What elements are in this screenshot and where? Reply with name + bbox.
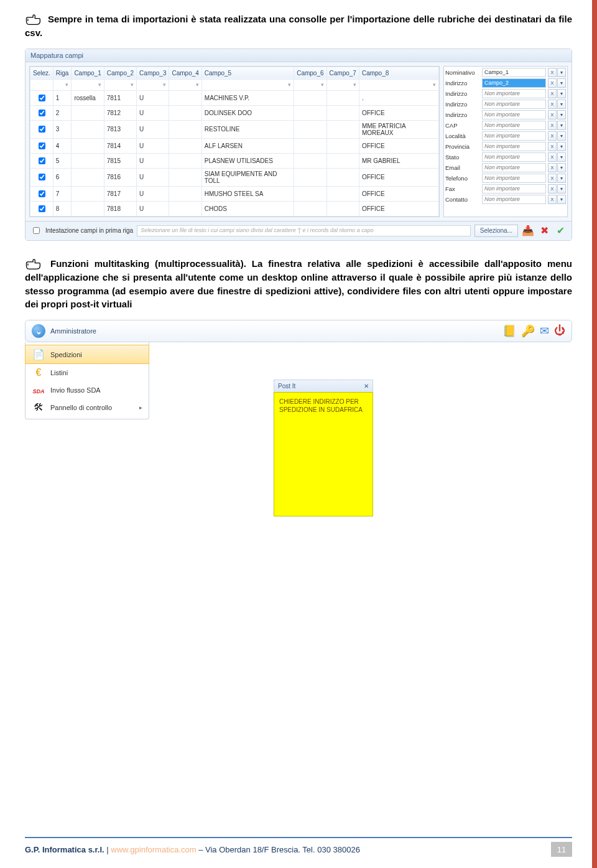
notes-icon[interactable]: 📒 xyxy=(502,324,516,338)
table-cell xyxy=(169,105,201,120)
column-filter-cell[interactable]: ▾ xyxy=(359,79,438,90)
mapping-dropdown[interactable]: Non importare xyxy=(482,131,546,141)
mapping-dropdown-button[interactable]: ▾ xyxy=(557,195,566,204)
column-header[interactable]: Campo_5 xyxy=(201,67,294,79)
mapping-dropdown[interactable]: Campo_1 xyxy=(482,68,546,77)
mapping-dropdown-button[interactable]: ▾ xyxy=(557,152,566,162)
open-file-icon[interactable]: 📥 xyxy=(522,225,534,237)
row-select-checkbox[interactable] xyxy=(39,95,45,101)
row-select-checkbox[interactable] xyxy=(39,190,45,197)
mapping-dropdown-button[interactable]: ▾ xyxy=(557,163,566,172)
column-filter-cell[interactable] xyxy=(30,79,53,90)
mapping-dropdown-button[interactable]: ▾ xyxy=(557,100,566,109)
mapping-clear-button[interactable]: X xyxy=(548,152,557,162)
mapping-dropdown[interactable]: Non importare xyxy=(482,195,546,204)
column-header[interactable]: Campo_3 xyxy=(137,67,169,79)
column-filter-cell[interactable]: ▾ xyxy=(72,79,104,90)
mapping-clear-button[interactable]: X xyxy=(548,142,557,151)
keys-icon[interactable]: 🔑 xyxy=(521,324,535,338)
table-row[interactable]: 27812UDOLINSEK DOOOFFICE xyxy=(30,105,439,120)
table-cell xyxy=(326,153,359,168)
mapping-dropdown[interactable]: Non importare xyxy=(482,152,546,162)
menu-toggle-icon[interactable]: ⌄ xyxy=(32,324,45,338)
column-filter-cell[interactable]: ▾ xyxy=(104,79,136,90)
mapping-dropdown-button[interactable]: ▾ xyxy=(557,142,566,151)
mapping-clear-button[interactable]: X xyxy=(548,131,557,141)
row-select-checkbox[interactable] xyxy=(39,157,45,164)
mapping-clear-button[interactable]: X xyxy=(548,110,557,119)
power-icon[interactable]: ⏻ xyxy=(554,324,565,338)
table-row[interactable]: 77817UHMUSHO STEEL SAOFFICE xyxy=(30,186,439,201)
column-header[interactable]: Campo_1 xyxy=(72,67,104,79)
close-icon[interactable]: ✕ xyxy=(364,383,369,390)
cancel-icon[interactable]: ✖ xyxy=(538,225,550,237)
mapping-dropdown[interactable]: Non importare xyxy=(482,142,546,151)
mapping-row: ProvinciaNon importareX▾ xyxy=(445,142,566,151)
menu-item[interactable]: SDAInvio flusso SDA xyxy=(25,381,149,399)
mapping-clear-button[interactable]: X xyxy=(548,174,557,183)
mapping-dropdown-button[interactable]: ▾ xyxy=(557,121,566,130)
mapping-clear-button[interactable]: X xyxy=(548,68,557,77)
row-select-checkbox[interactable] xyxy=(39,126,45,133)
mapping-dropdown-button[interactable]: ▾ xyxy=(557,131,566,141)
mapping-dropdown-button[interactable]: ▾ xyxy=(557,174,566,183)
mapping-clear-button[interactable]: X xyxy=(548,78,557,88)
mapping-clear-button[interactable]: X xyxy=(548,121,557,130)
mapping-dropdown[interactable]: Campo_2 xyxy=(482,78,546,88)
mapping-clear-button[interactable]: X xyxy=(548,163,557,172)
row-select-checkbox[interactable] xyxy=(39,174,45,180)
select-file-button[interactable]: Seleziona... xyxy=(474,225,518,237)
column-header[interactable]: Selez. xyxy=(30,67,53,79)
column-filter-cell[interactable]: ▾ xyxy=(53,79,72,90)
row-select-checkbox[interactable] xyxy=(39,142,45,149)
column-filter-cell[interactable]: ▾ xyxy=(137,79,169,90)
mapping-dropdown[interactable]: Non importare xyxy=(482,89,546,98)
column-filter-cell[interactable]: ▾ xyxy=(169,79,201,90)
column-header[interactable]: Campo_4 xyxy=(169,67,201,79)
data-grid[interactable]: Selez.RigaCampo_1Campo_2Campo_3Campo_4Ca… xyxy=(29,66,440,217)
header-first-row-checkbox[interactable] xyxy=(33,227,40,234)
table-row[interactable]: 1rossella7811UMACHINES V.P.. xyxy=(30,90,439,105)
column-header[interactable]: Campo_6 xyxy=(294,67,326,79)
mapping-dropdown[interactable]: Non importare xyxy=(482,184,546,194)
mapping-dropdown-button[interactable]: ▾ xyxy=(557,78,566,88)
table-cell xyxy=(169,90,201,105)
table-row[interactable]: 67816USIAM EQUIPMENTE AND TOLLOFFICE xyxy=(30,168,439,186)
intro-paragraph-2: Funzioni multitasking (multiprocessualit… xyxy=(25,257,572,311)
mapping-dropdown-button[interactable]: ▾ xyxy=(557,110,566,119)
mapping-clear-button[interactable]: X xyxy=(548,100,557,109)
mapping-dropdown[interactable]: Non importare xyxy=(482,174,546,183)
mapping-clear-button[interactable]: X xyxy=(548,195,557,204)
mapping-dropdown[interactable]: Non importare xyxy=(482,121,546,130)
column-header[interactable]: Riga xyxy=(53,67,72,79)
column-header[interactable]: Campo_7 xyxy=(326,67,359,79)
mapping-dropdown[interactable]: Non importare xyxy=(482,100,546,109)
row-select-checkbox[interactable] xyxy=(39,205,45,212)
table-row[interactable]: 47814UALF LARSENOFFICE xyxy=(30,138,439,153)
mapping-dropdown[interactable]: Non importare xyxy=(482,163,546,172)
table-cell xyxy=(72,138,104,153)
table-row[interactable]: 57815UPLASNEW UTILISADESMR GABRIEL xyxy=(30,153,439,168)
mail-icon[interactable]: ✉ xyxy=(540,324,549,338)
menu-item[interactable]: 🛠Pannello di controllo▸ xyxy=(25,399,149,416)
mapping-clear-button[interactable]: X xyxy=(548,184,557,194)
postit-body[interactable]: CHIEDERE INDIRIZZO PER SPEDIZIONE IN SUD… xyxy=(274,392,373,516)
mapping-dropdown-button[interactable]: ▾ xyxy=(557,68,566,77)
column-header[interactable]: Campo_8 xyxy=(359,67,438,79)
table-row[interactable]: 87818UCHODSOFFICE xyxy=(30,201,439,216)
mapping-dropdown-button[interactable]: ▾ xyxy=(557,89,566,98)
mapping-clear-button[interactable]: X xyxy=(548,89,557,98)
postit-widget[interactable]: Post It ✕ CHIEDERE INDIRIZZO PER SPEDIZI… xyxy=(274,380,373,516)
table-row[interactable]: 37813URESTOLINEMME PATRICIA MOREAUX xyxy=(30,120,439,138)
column-filter-cell[interactable]: ▾ xyxy=(201,79,294,90)
column-header[interactable]: Campo_2 xyxy=(104,67,136,79)
column-filter-cell[interactable]: ▾ xyxy=(294,79,326,90)
menu-item[interactable]: €Listini xyxy=(25,364,149,381)
row-select-checkbox[interactable] xyxy=(39,110,45,116)
menu-item[interactable]: 📄Spedizioni xyxy=(25,345,149,364)
column-filter-cell[interactable]: ▾ xyxy=(326,79,359,90)
footer-link[interactable]: www.gpinformatica.com xyxy=(111,845,196,854)
confirm-icon[interactable]: ✔ xyxy=(554,225,567,237)
mapping-dropdown[interactable]: Non importare xyxy=(482,110,546,119)
mapping-dropdown-button[interactable]: ▾ xyxy=(557,184,566,194)
